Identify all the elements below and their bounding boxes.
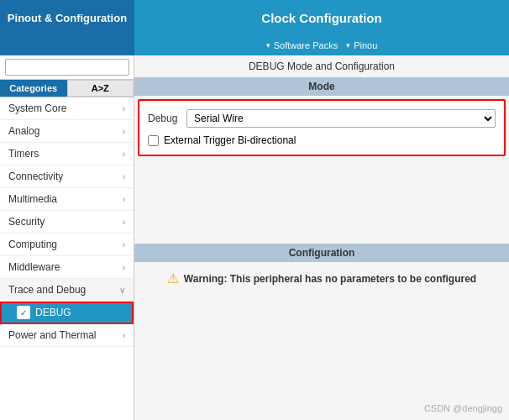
ext-trigger-row: External Trigger Bi-directional — [148, 134, 496, 146]
tab-categories[interactable]: Categories — [0, 80, 67, 97]
chevron-right-icon: › — [123, 218, 125, 227]
sidebar-item-system-core[interactable]: System Core › — [0, 97, 134, 120]
warning-text: Warning: This peripheral has no paramete… — [184, 273, 476, 285]
chevron-right-icon: › — [123, 263, 125, 272]
mode-section-header: Mode — [134, 77, 509, 96]
sidebar-subitem-debug[interactable]: ✓ DEBUG — [0, 302, 134, 324]
sidebar-item-analog[interactable]: Analog › — [0, 120, 134, 143]
sub-header-items: ▾ Software Packs ▾ Pinou — [134, 35, 509, 55]
chevron-right-icon: › — [123, 331, 125, 340]
sidebar-item-connectivity[interactable]: Connectivity › — [0, 165, 134, 188]
check-icon: ✓ — [17, 306, 30, 319]
sub-header-spacer — [0, 35, 134, 55]
chevron-right-icon: › — [123, 172, 125, 181]
search-input[interactable] — [5, 59, 129, 76]
tab-bar: Categories A>Z — [0, 80, 134, 97]
ext-trigger-checkbox[interactable] — [148, 135, 159, 146]
main-layout: ⚙ Categories A>Z System Core › Analog › … — [0, 55, 509, 420]
pinout-menu[interactable]: ▾ Pinou — [346, 40, 377, 50]
search-bar: ⚙ — [0, 55, 134, 80]
spacer — [134, 160, 509, 244]
trace-debug-subitems: ✓ DEBUG — [0, 302, 134, 324]
config-section-header: Configuration — [134, 244, 509, 262]
content-title: DEBUG Mode and Configuration — [134, 55, 509, 77]
header-clock-label: Clock Configuration — [134, 0, 509, 35]
chevron-down-icon: ∨ — [119, 286, 125, 295]
header: Pinout & Configuration Clock Configurati… — [0, 0, 509, 35]
sidebar-item-multimedia[interactable]: Multimedia › — [0, 188, 134, 211]
software-packs-menu[interactable]: ▾ Software Packs — [266, 40, 338, 50]
chevron-right-icon: › — [123, 150, 125, 159]
sidebar-item-security[interactable]: Security › — [0, 211, 134, 234]
sidebar-item-trace-debug[interactable]: Trace and Debug ∨ — [0, 279, 134, 302]
chevron-right-icon: › — [123, 127, 125, 136]
chevron-down-icon: ▾ — [346, 41, 350, 50]
sub-header: ▾ Software Packs ▾ Pinou — [0, 35, 509, 55]
warning-icon: ⚠ — [167, 270, 179, 286]
watermark: CSDN @dengjingg — [424, 403, 502, 413]
sidebar-item-power-thermal[interactable]: Power and Thermal › — [0, 324, 134, 347]
debug-select[interactable]: Serial Wire No Debug Trace Asynchronous … — [186, 109, 496, 128]
chevron-right-icon: › — [123, 240, 125, 249]
debug-label: Debug — [148, 113, 181, 124]
sidebar-item-middleware[interactable]: Middleware › — [0, 256, 134, 279]
chevron-right-icon: › — [123, 195, 125, 204]
tab-az[interactable]: A>Z — [67, 80, 134, 97]
header-pinout-label[interactable]: Pinout & Configuration — [0, 0, 134, 35]
sidebar-item-computing[interactable]: Computing › — [0, 234, 134, 256]
chevron-down-icon: ▾ — [266, 41, 270, 50]
warning-row: ⚠ Warning: This peripheral has no parame… — [134, 262, 509, 295]
sidebar-item-timers[interactable]: Timers › — [0, 143, 134, 165]
mode-content-box: Debug Serial Wire No Debug Trace Asynchr… — [138, 99, 506, 156]
debug-row: Debug Serial Wire No Debug Trace Asynchr… — [148, 109, 496, 128]
ext-trigger-label: External Trigger Bi-directional — [164, 134, 296, 146]
chevron-right-icon: › — [123, 104, 125, 113]
content-area: DEBUG Mode and Configuration Mode Debug … — [134, 55, 509, 420]
sidebar: ⚙ Categories A>Z System Core › Analog › … — [0, 55, 134, 420]
